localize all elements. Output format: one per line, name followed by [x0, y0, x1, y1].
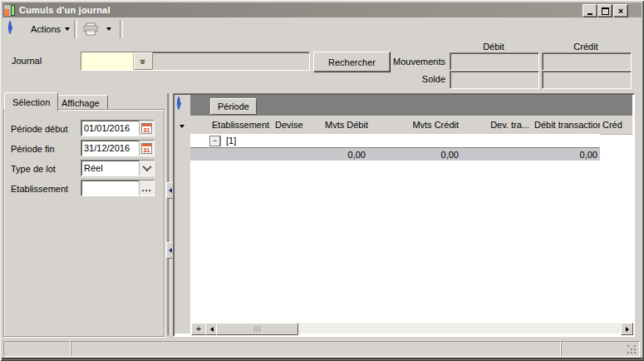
printer-icon — [82, 22, 99, 36]
group-row-label: [1] — [226, 136, 236, 146]
column-header-devise[interactable]: Devise — [273, 120, 322, 130]
etablissement-browse-button[interactable]: ... — [139, 180, 154, 195]
etablissement-label: Etablissement — [11, 184, 68, 194]
actions-menu-label: Actions — [31, 24, 61, 34]
minimize-button[interactable] — [583, 4, 597, 17]
group-by-band: Période — [190, 95, 632, 116]
periode-debut-value: 01/01/2016 — [81, 123, 139, 133]
toolbar: Actions — [2, 17, 642, 42]
total-mvts-debit: 0,00 — [322, 150, 368, 160]
application-window: Cumuls d'un journal × Actions Journal » — [0, 0, 644, 361]
type-de-lot-dropdown-button[interactable] — [139, 161, 154, 176]
results-grid-panel: Période Etablissement Devise Mvts Débit … — [173, 93, 635, 337]
chevron-down-icon — [106, 27, 111, 31]
periode-fin-calendar-button[interactable]: 31 — [139, 141, 154, 156]
column-header-credit-transaction[interactable]: Créd — [600, 120, 632, 130]
arrow-left-icon — [210, 327, 214, 332]
calendar-icon: 31 — [141, 143, 152, 154]
periode-fin-input[interactable]: 31/12/2016 31 — [81, 140, 155, 156]
grid-column-headers: Etablissement Devise Mvts Débit Mvts Cré… — [190, 116, 632, 135]
periode-debut-label: Période début — [11, 124, 68, 134]
total-debit-transaction: 0,00 — [532, 150, 600, 160]
search-button-label: Rechercher — [328, 57, 376, 67]
maximize-button[interactable] — [597, 4, 612, 17]
column-header-etablissement[interactable]: Etablissement — [209, 120, 273, 130]
solde-debit-field — [450, 71, 539, 89]
journal-label: Journal — [12, 56, 42, 66]
actions-menu-button[interactable]: Actions — [26, 21, 75, 37]
journal-lookup-button[interactable]: » — [134, 52, 153, 70]
chevron-left-icon — [169, 248, 172, 253]
mouvements-debit-field — [450, 52, 539, 71]
add-row-button[interactable]: + — [191, 323, 206, 335]
grid-group-row[interactable]: − [1] — [190, 134, 600, 148]
grid-side-strip — [175, 95, 191, 334]
total-mvts-credit: 0,00 — [368, 150, 461, 160]
chevron-left-icon — [169, 188, 172, 193]
periode-debut-input[interactable]: 01/01/2016 31 — [81, 120, 155, 136]
column-header-mvts-credit[interactable]: Mvts Crédit — [368, 120, 461, 130]
print-dropdown-button[interactable] — [102, 20, 116, 38]
group-by-chip-label: Période — [218, 101, 249, 111]
page-title: Cumuls d'un journal — [19, 5, 111, 15]
panel-splitter[interactable] — [167, 93, 170, 335]
resize-grip[interactable] — [627, 345, 637, 354]
maximize-icon — [602, 7, 609, 15]
tab-affichage-label: Affichage — [61, 98, 100, 108]
target-icon — [8, 21, 12, 34]
chevron-down-icon — [142, 162, 151, 171]
grid-total-row: 0,00 0,00 0,00 — [190, 148, 600, 161]
chevron-down-icon — [65, 27, 70, 31]
status-cell-middle — [71, 341, 561, 357]
collapse-minus-icon[interactable]: − — [209, 136, 221, 146]
app-icon — [4, 5, 15, 16]
etablissement-input[interactable]: ... — [81, 180, 155, 196]
titlebar: Cumuls d'un journal — [2, 2, 642, 17]
selection-panel: Période début 01/01/2016 31 Période fin … — [3, 109, 165, 337]
tab-selection[interactable]: Sélection — [4, 92, 58, 111]
group-by-chip-periode[interactable]: Période — [210, 98, 257, 115]
grid-options-arrow-icon[interactable] — [179, 125, 184, 128]
status-cell-left — [3, 341, 71, 357]
type-de-lot-label: Type de lot — [11, 164, 56, 174]
journal-input[interactable] — [81, 52, 134, 70]
mouvements-label: Mouvements — [378, 57, 445, 67]
calendar-icon: 31 — [141, 123, 152, 134]
column-header-debit-transaction[interactable]: Débit transaction — [532, 120, 600, 130]
credit-column-label: Crédit — [542, 42, 630, 52]
toolbar-separator — [120, 20, 123, 38]
periode-fin-label: Période fin — [11, 144, 55, 154]
solde-label: Solde — [378, 74, 445, 84]
journal-combo: » — [81, 52, 310, 71]
column-header-mvts-debit[interactable]: Mvts Débit — [322, 120, 368, 130]
periode-fin-value: 31/12/2016 — [81, 143, 139, 153]
solde-credit-field — [542, 71, 632, 89]
column-header-dev-transaction[interactable]: Dev. tra... — [461, 120, 532, 130]
minimize-icon — [587, 13, 592, 15]
scrollbar-thumb[interactable] — [216, 323, 298, 335]
arrow-right-icon — [626, 327, 629, 332]
print-button[interactable] — [79, 20, 102, 38]
journal-display-field — [153, 52, 309, 70]
debit-column-label: Débit — [450, 42, 538, 52]
close-icon: × — [618, 7, 623, 15]
scroll-right-button[interactable] — [621, 323, 633, 335]
target-icon — [177, 96, 180, 110]
type-de-lot-value: Réel — [81, 163, 139, 173]
close-button[interactable]: × — [613, 4, 628, 17]
toolbar-separator — [74, 20, 77, 38]
double-chevron-down-icon: » — [140, 58, 148, 64]
tab-selection-label: Sélection — [12, 97, 50, 107]
type-de-lot-select[interactable]: Réel — [81, 160, 155, 176]
periode-debut-calendar-button[interactable]: 31 — [139, 121, 154, 136]
mouvements-credit-field — [542, 52, 632, 71]
